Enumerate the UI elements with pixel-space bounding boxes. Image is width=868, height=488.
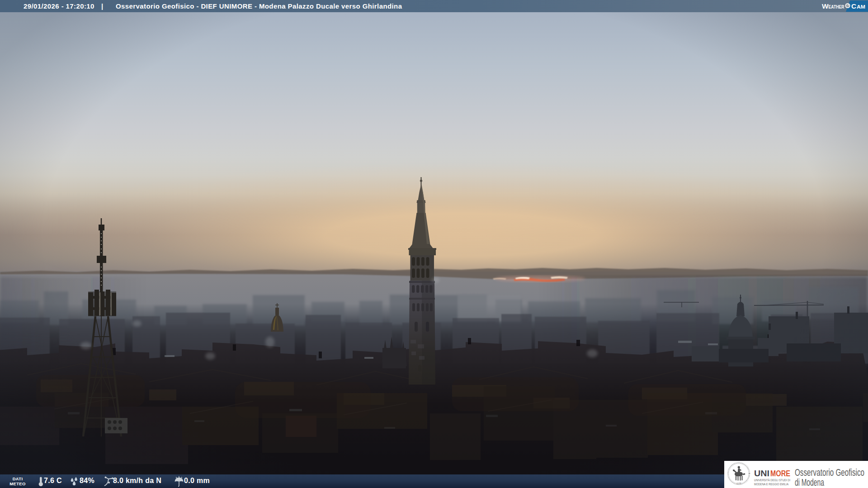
svg-text:1175: 1175 [736, 482, 741, 485]
svg-text:EATHER: EATHER [829, 4, 845, 9]
svg-text:UNIVERSITÀ DEGLI STUDI DI: UNIVERSITÀ DEGLI STUDI DI [754, 478, 790, 482]
svg-text:W: W [822, 2, 829, 10]
svg-text:MODENA E REGGIO EMILIA: MODENA E REGGIO EMILIA [754, 482, 789, 486]
svg-text:AM: AM [857, 4, 865, 9]
svg-text:di Modena: di Modena [795, 477, 824, 488]
svg-text:UNI: UNI [754, 469, 769, 478]
svg-text:C: C [851, 2, 856, 10]
svg-text:MORE: MORE [770, 469, 790, 478]
